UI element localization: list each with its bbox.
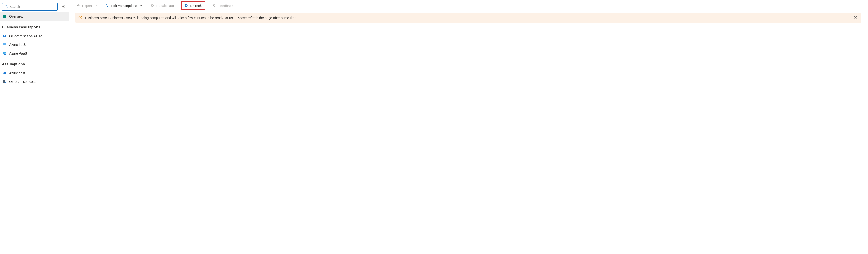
- svg-rect-18: [4, 81, 5, 81]
- search-row: [0, 3, 69, 12]
- svg-rect-8: [4, 36, 5, 36]
- cloud-cost-icon: [3, 71, 7, 75]
- svg-point-0: [5, 5, 7, 7]
- search-box[interactable]: [2, 3, 58, 10]
- collapse-sidebar-button[interactable]: [60, 3, 67, 10]
- svg-rect-19: [5, 82, 6, 83]
- sidebar: Overview Business case reports On-premis…: [0, 0, 69, 254]
- svg-rect-27: [215, 4, 216, 5]
- sidebar-item-label: Azure PaaS: [9, 52, 27, 55]
- sidebar-item-label: Azure IaaS: [9, 43, 26, 46]
- svg-point-25: [107, 6, 108, 6]
- section-header-reports: Business case reports: [0, 21, 69, 31]
- server-cost-icon: [3, 80, 7, 84]
- export-button[interactable]: Export: [75, 2, 98, 10]
- refresh-icon: [151, 4, 154, 8]
- main-content: Export Edit Assumptions: [69, 0, 868, 254]
- person-feedback-icon: [213, 4, 216, 8]
- sidebar-item-azure-iaas[interactable]: Azure IaaS: [0, 40, 69, 49]
- close-notification-button[interactable]: [852, 15, 858, 21]
- section-header-assumptions: Assumptions: [0, 58, 69, 67]
- svg-rect-11: [3, 43, 6, 45]
- button-label: Feedback: [218, 4, 233, 8]
- divider: [2, 67, 67, 68]
- command-bar: Export Edit Assumptions: [69, 0, 868, 11]
- svg-rect-17: [4, 81, 5, 81]
- svg-rect-3: [4, 17, 4, 17]
- button-label: Recalculate: [156, 4, 174, 8]
- close-icon: [854, 16, 857, 20]
- sidebar-item-label: Azure cost: [9, 71, 25, 75]
- chevron-down-icon: [94, 4, 97, 8]
- button-label: Edit Assumptions: [111, 4, 137, 8]
- sidebar-item-overview[interactable]: Overview: [0, 12, 69, 21]
- search-icon: [4, 5, 8, 9]
- feedback-button[interactable]: Feedback: [212, 2, 234, 10]
- svg-rect-12: [4, 46, 5, 46]
- notification-bar: Business case 'BusinessCase005' is being…: [75, 13, 861, 23]
- notification-message: Business case 'BusinessCase005' is being…: [85, 16, 850, 20]
- chevron-double-left-icon: [62, 5, 65, 9]
- svg-point-26: [213, 4, 214, 5]
- chart-overview-icon: [3, 14, 7, 18]
- info-icon: [79, 15, 82, 20]
- sidebar-item-azure-cost[interactable]: Azure cost: [0, 69, 69, 77]
- refresh-button[interactable]: Refresh: [183, 2, 203, 10]
- svg-line-1: [7, 7, 8, 8]
- sidebar-item-label: On-premises cost: [9, 80, 36, 84]
- database-icon: DB: [3, 52, 7, 55]
- sidebar-item-azure-paas[interactable]: DB Azure PaaS: [0, 49, 69, 58]
- search-input[interactable]: [9, 5, 55, 9]
- svg-rect-7: [4, 35, 5, 36]
- svg-rect-4: [5, 15, 5, 17]
- sidebar-item-onprem-vs-azure[interactable]: On-premises vs Azure: [0, 32, 69, 40]
- sidebar-item-label: Overview: [9, 14, 23, 18]
- refresh-highlight: Refresh: [181, 1, 205, 10]
- svg-rect-9: [4, 37, 5, 37]
- document-compare-icon: [3, 34, 7, 38]
- sidebar-item-label: On-premises vs Azure: [9, 34, 42, 38]
- recalculate-button[interactable]: Recalculate: [150, 2, 175, 10]
- refresh-icon: [184, 4, 188, 8]
- sidebar-item-onprem-cost[interactable]: On-premises cost: [0, 77, 69, 86]
- svg-rect-5: [5, 17, 6, 17]
- monitor-icon: [3, 43, 7, 46]
- button-label: Export: [82, 4, 92, 8]
- chevron-down-icon: [140, 4, 142, 8]
- edit-assumptions-button[interactable]: Edit Assumptions: [104, 2, 143, 10]
- svg-point-23: [106, 4, 107, 5]
- svg-point-31: [80, 17, 81, 17]
- download-icon: [76, 4, 80, 8]
- button-label: Refresh: [190, 4, 202, 8]
- svg-text:DB: DB: [4, 53, 5, 54]
- sliders-icon: [105, 4, 109, 8]
